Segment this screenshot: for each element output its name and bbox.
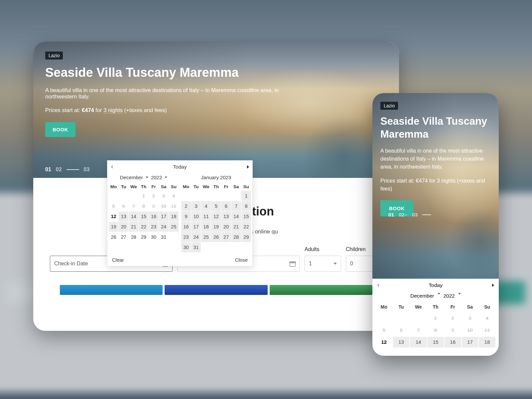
day-cell[interactable]: 29: [241, 232, 251, 242]
day-cell[interactable]: 16: [181, 222, 191, 232]
day-cell[interactable]: 1: [241, 191, 251, 201]
day-cell[interactable]: 25: [201, 232, 211, 242]
adults-select[interactable]: 1: [305, 256, 341, 272]
chevron-down-icon: [438, 293, 440, 295]
prev-month-button[interactable]: [377, 284, 379, 287]
day-cell: 9: [445, 325, 461, 335]
day-cell[interactable]: 18: [479, 337, 495, 347]
day-cell[interactable]: 16: [445, 337, 461, 347]
day-cell[interactable]: 22: [241, 222, 251, 232]
day-cell[interactable]: 17: [191, 222, 201, 232]
day-cell[interactable]: 13: [119, 211, 128, 221]
day-cell[interactable]: 30: [181, 242, 191, 252]
price-line: Prices start at: €474 for 3 nights (+tax…: [380, 177, 491, 193]
adults-label: Adults: [305, 246, 341, 252]
day-cell[interactable]: 12: [376, 337, 392, 347]
day-cell[interactable]: 27: [119, 232, 128, 242]
day-cell[interactable]: 29: [139, 232, 148, 242]
hero-title: Seaside Villa Tuscany Maremma: [45, 66, 387, 80]
day-cell[interactable]: 6: [221, 201, 231, 211]
book-button[interactable]: BOOK: [45, 122, 75, 137]
day-cell[interactable]: 26: [211, 232, 221, 242]
day-cell[interactable]: 20: [119, 222, 128, 232]
day-cell[interactable]: 23: [181, 232, 191, 242]
day-cell[interactable]: 17: [462, 337, 478, 347]
next-month-button[interactable]: [247, 165, 249, 169]
day-cell: [201, 242, 211, 252]
day-cell[interactable]: 11: [201, 211, 211, 221]
weekday-header: Su: [169, 183, 179, 191]
day-cell[interactable]: 14: [129, 211, 138, 221]
day-cell[interactable]: 13: [221, 211, 231, 221]
day-cell[interactable]: 3: [191, 201, 201, 211]
clear-button[interactable]: Clear: [112, 257, 124, 263]
day-cell[interactable]: 28: [231, 232, 241, 242]
day-cell[interactable]: 9: [181, 211, 191, 221]
day-cell[interactable]: 19: [211, 222, 221, 232]
day-cell[interactable]: 14: [231, 211, 241, 221]
mobile-preview-card: Lazio Seaside Villa Tuscany Maremma A be…: [372, 93, 499, 356]
day-cell[interactable]: 15: [427, 337, 444, 347]
price-value: €474: [82, 107, 94, 113]
day-cell[interactable]: 4: [201, 201, 211, 211]
next-month-button[interactable]: [492, 284, 494, 287]
day-cell[interactable]: 15: [241, 211, 251, 221]
gallery-tile[interactable]: [60, 285, 163, 295]
day-cell[interactable]: 18: [201, 222, 211, 232]
slide-indicator[interactable]: 01 02– 03: [388, 212, 499, 218]
region-tag[interactable]: Lazio: [380, 102, 398, 110]
gallery-tile[interactable]: [165, 285, 267, 295]
day-cell[interactable]: 30: [149, 232, 159, 242]
day-cell[interactable]: 10: [191, 211, 201, 221]
day-cell[interactable]: 22: [139, 222, 148, 232]
today-button[interactable]: Today: [173, 164, 187, 170]
day-cell[interactable]: 23: [149, 222, 159, 232]
day-cell[interactable]: 27: [221, 232, 231, 242]
day-cell[interactable]: 15: [139, 211, 148, 221]
day-cell[interactable]: 21: [231, 222, 241, 232]
weekday-header: Fr: [445, 302, 461, 312]
month-selector[interactable]: December 2022: [372, 292, 499, 302]
day-cell[interactable]: 25: [169, 222, 179, 232]
hero-title: Seaside Villa Tuscany Maremma: [380, 115, 491, 141]
chevron-down-icon: [165, 177, 167, 178]
day-cell[interactable]: 26: [109, 232, 118, 242]
weekday-header: We: [129, 183, 138, 191]
gallery-tile[interactable]: [270, 285, 372, 295]
region-tag[interactable]: Lazio: [45, 52, 63, 60]
day-cell[interactable]: 28: [129, 232, 138, 242]
hero-section: Lazio Seaside Villa Tuscany Maremma A be…: [372, 93, 499, 279]
close-button[interactable]: Close: [235, 257, 248, 263]
datepicker-popup: Today December 2022 MoTuWeThFrSaSu123456…: [372, 279, 499, 351]
day-cell[interactable]: 14: [410, 337, 427, 347]
day-cell[interactable]: 8: [241, 201, 251, 211]
day-cell[interactable]: 12: [211, 211, 221, 221]
month-selector[interactable]: December 2022: [109, 173, 179, 183]
day-cell: [410, 313, 427, 324]
day-cell[interactable]: 24: [159, 222, 169, 232]
day-cell[interactable]: 5: [211, 201, 221, 211]
datepicker-popup: Today December 2022 MoTuWeThFrSaSu123456…: [107, 160, 253, 266]
prev-month-button[interactable]: [111, 165, 113, 169]
day-cell: [221, 191, 231, 201]
day-cell[interactable]: 12: [109, 211, 118, 221]
day-cell[interactable]: 7: [231, 201, 241, 211]
hero-description: A beautiful villa in one of the most att…: [380, 147, 491, 171]
day-cell[interactable]: 2: [181, 201, 191, 211]
today-button[interactable]: Today: [429, 282, 442, 288]
weekday-header: We: [410, 302, 427, 312]
day-cell[interactable]: 21: [129, 222, 138, 232]
day-cell[interactable]: 31: [159, 232, 169, 242]
day-cell[interactable]: 18: [169, 211, 179, 221]
day-cell[interactable]: 24: [191, 232, 201, 242]
day-cell[interactable]: 19: [109, 222, 118, 232]
day-cell: 10: [462, 325, 478, 335]
weekday-header: Mo: [109, 183, 118, 191]
slide-indicator[interactable]: 01 02 03: [45, 167, 89, 173]
day-cell[interactable]: 20: [221, 222, 231, 232]
day-cell: [211, 242, 221, 252]
day-cell[interactable]: 13: [393, 337, 410, 347]
day-cell[interactable]: 17: [159, 211, 169, 221]
day-cell[interactable]: 16: [149, 211, 159, 221]
day-cell[interactable]: 31: [191, 242, 201, 252]
